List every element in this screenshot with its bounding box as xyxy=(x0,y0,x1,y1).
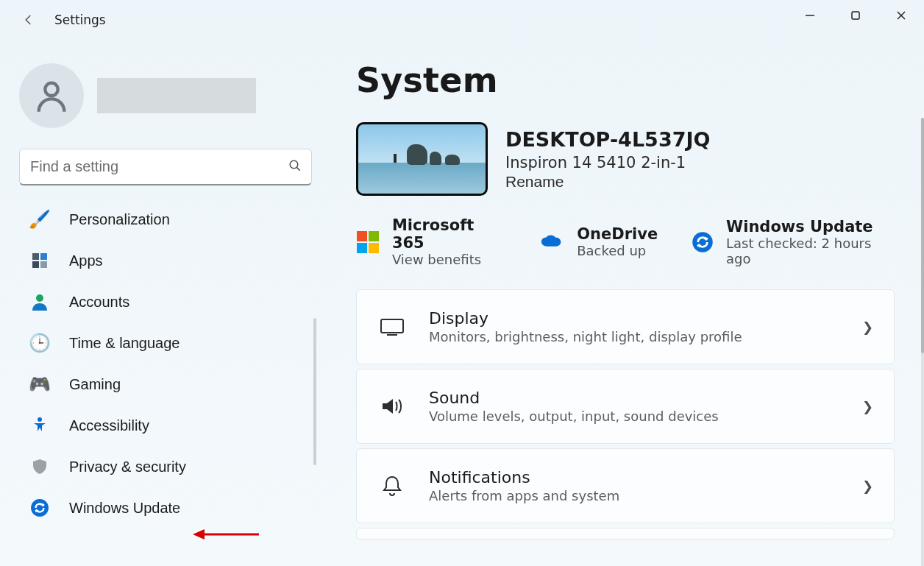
display-icon xyxy=(377,317,407,336)
sidebar-item-personalization[interactable]: 🖌️Personalization xyxy=(19,199,312,240)
sidebar-item-accessibility[interactable]: Accessibility xyxy=(19,405,312,446)
sidebar-item-label: Accessibility xyxy=(69,417,149,434)
card-title: Sound xyxy=(429,389,840,407)
update-icon xyxy=(29,498,50,518)
clock-globe-icon: 🕒 xyxy=(29,333,50,353)
device-model: Inspiron 14 5410 2-in-1 xyxy=(505,153,710,173)
back-arrow-icon xyxy=(22,13,35,26)
sidebar-scrollbar[interactable] xyxy=(313,318,316,465)
svg-rect-1 xyxy=(852,12,859,19)
page-heading: System xyxy=(356,60,895,100)
quicklink-title: Windows Update xyxy=(726,218,895,236)
sidebar-item-label: Gaming xyxy=(69,376,121,393)
search-input[interactable] xyxy=(19,149,312,185)
svg-rect-8 xyxy=(40,253,47,260)
sidebar-item-apps[interactable]: Apps xyxy=(19,240,312,281)
card-notifications[interactable]: NotificationsAlerts from apps and system… xyxy=(356,448,895,523)
sidebar-item-windows-update[interactable]: Windows Update xyxy=(19,487,312,528)
svg-point-5 xyxy=(290,160,298,169)
sidebar-item-accounts[interactable]: Accounts xyxy=(19,281,312,322)
close-icon xyxy=(896,10,906,21)
desktop-wallpaper-thumbnail[interactable] xyxy=(356,122,488,196)
brush-icon: 🖌️ xyxy=(29,209,50,230)
user-name-placeholder xyxy=(97,78,256,113)
quicklink-subtitle: View benefits xyxy=(392,252,508,267)
close-button[interactable] xyxy=(878,0,924,31)
gamepad-icon: 🎮 xyxy=(29,374,50,395)
card-sound[interactable]: SoundVolume levels, output, input, sound… xyxy=(356,369,895,444)
shield-icon xyxy=(29,456,50,477)
sidebar-item-label: Accounts xyxy=(69,294,129,311)
apps-icon xyxy=(29,250,50,271)
minimize-icon xyxy=(805,10,815,21)
svg-rect-7 xyxy=(32,253,39,260)
maximize-button[interactable] xyxy=(833,0,878,31)
svg-rect-15 xyxy=(381,319,403,333)
quicklink-microsoft-365[interactable]: Microsoft 365View benefits xyxy=(356,216,508,267)
sidebar-item-label: Windows Update xyxy=(69,500,180,517)
svg-rect-9 xyxy=(32,261,39,268)
svg-line-6 xyxy=(297,168,300,171)
person-icon xyxy=(29,291,50,312)
onedrive-icon xyxy=(540,230,565,255)
chevron-right-icon: ❯ xyxy=(862,478,873,494)
minimize-button[interactable] xyxy=(787,0,833,31)
search-icon xyxy=(288,159,302,175)
quicklink-onedrive[interactable]: OneDriveBacked up xyxy=(540,216,658,267)
maximize-icon xyxy=(850,10,861,21)
chevron-right-icon: ❯ xyxy=(862,399,873,414)
card-peek[interactable] xyxy=(356,528,895,540)
sidebar-item-label: Personalization xyxy=(69,211,170,228)
svg-point-14 xyxy=(692,232,713,252)
avatar xyxy=(19,63,84,128)
sidebar-item-label: Privacy & security xyxy=(69,459,186,475)
main-scrollbar[interactable] xyxy=(921,118,924,566)
sidebar-item-label: Time & language xyxy=(69,335,180,352)
sidebar-item-time-language[interactable]: 🕒Time & language xyxy=(19,322,312,364)
quicklink-subtitle: Backed up xyxy=(577,243,658,258)
svg-point-4 xyxy=(45,83,57,96)
bell-icon xyxy=(377,474,407,498)
card-display[interactable]: DisplayMonitors, brightness, night light… xyxy=(356,289,895,364)
microsoft-logo-icon xyxy=(356,230,380,255)
svg-point-11 xyxy=(36,294,43,302)
card-title: Notifications xyxy=(429,468,840,487)
quicklink-title: OneDrive xyxy=(577,225,658,243)
sound-icon xyxy=(377,395,407,417)
sidebar-item-privacy-security[interactable]: Privacy & security xyxy=(19,446,312,487)
card-subtitle: Alerts from apps and system xyxy=(429,488,840,503)
svg-point-13 xyxy=(31,499,49,517)
device-name: DESKTOP-4L537JQ xyxy=(505,127,710,152)
svg-rect-10 xyxy=(40,261,47,268)
update-icon xyxy=(690,230,714,255)
card-subtitle: Monitors, brightness, night light, displ… xyxy=(429,329,840,344)
user-account-block[interactable] xyxy=(19,63,312,128)
back-button[interactable] xyxy=(18,9,40,31)
app-title: Settings xyxy=(54,13,106,27)
quicklink-subtitle: Last checked: 2 hours ago xyxy=(726,236,895,266)
quicklink-windows-update[interactable]: Windows UpdateLast checked: 2 hours ago xyxy=(690,216,895,267)
person-icon xyxy=(32,77,71,115)
rename-link[interactable]: Rename xyxy=(505,173,564,191)
quicklink-title: Microsoft 365 xyxy=(392,216,508,252)
sidebar-item-label: Apps xyxy=(69,252,103,269)
chevron-right-icon: ❯ xyxy=(862,319,873,335)
accessibility-icon xyxy=(29,415,50,436)
sidebar-item-gaming[interactable]: 🎮Gaming xyxy=(19,364,312,405)
svg-point-12 xyxy=(38,417,42,422)
card-title: Display xyxy=(429,309,840,328)
card-subtitle: Volume levels, output, input, sound devi… xyxy=(429,408,840,424)
